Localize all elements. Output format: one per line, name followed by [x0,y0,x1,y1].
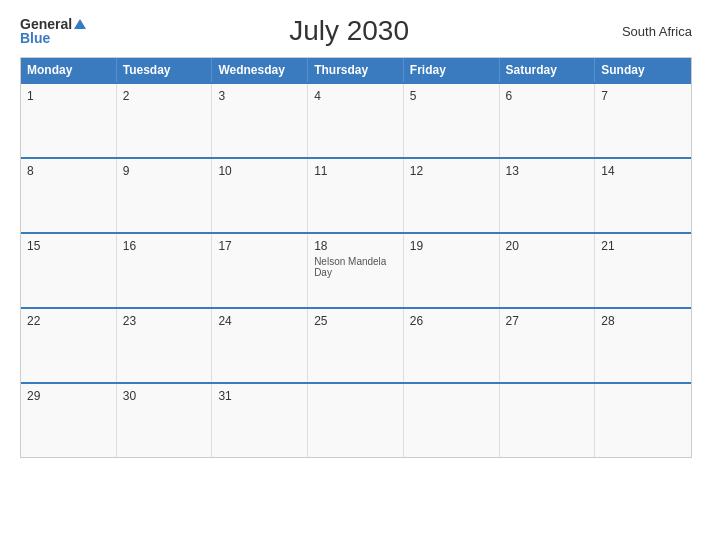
day-number: 30 [123,389,206,403]
day-number: 9 [123,164,206,178]
day-number: 22 [27,314,110,328]
header-friday: Friday [404,58,500,82]
calendar-header: Monday Tuesday Wednesday Thursday Friday… [21,58,691,82]
calendar-cell-w1-d2: 2 [117,84,213,157]
calendar-cell-w4-d7: 28 [595,309,691,382]
calendar-cell-w5-d7 [595,384,691,457]
calendar-cell-w5-d4 [308,384,404,457]
month-title: July 2030 [86,15,612,47]
calendar-cell-w2-d7: 14 [595,159,691,232]
calendar-cell-w2-d1: 8 [21,159,117,232]
day-number: 21 [601,239,685,253]
calendar-week-4: 22232425262728 [21,307,691,382]
calendar-cell-w5-d6 [500,384,596,457]
day-number: 24 [218,314,301,328]
calendar-cell-w1-d5: 5 [404,84,500,157]
header: General Blue July 2030 South Africa [20,15,692,47]
day-number: 17 [218,239,301,253]
country-label: South Africa [612,24,692,39]
calendar-cell-w2-d3: 10 [212,159,308,232]
calendar-week-2: 891011121314 [21,157,691,232]
calendar-cell-w4-d5: 26 [404,309,500,382]
calendar-page: General Blue July 2030 South Africa Mond… [0,0,712,550]
day-number: 27 [506,314,589,328]
day-number: 2 [123,89,206,103]
day-number: 23 [123,314,206,328]
day-number: 1 [27,89,110,103]
calendar-week-1: 1234567 [21,82,691,157]
calendar-cell-w4-d1: 22 [21,309,117,382]
header-tuesday: Tuesday [117,58,213,82]
calendar-cell-w1-d4: 4 [308,84,404,157]
calendar-cell-w5-d2: 30 [117,384,213,457]
day-number: 28 [601,314,685,328]
day-number: 6 [506,89,589,103]
calendar-cell-w3-d7: 21 [595,234,691,307]
day-number: 13 [506,164,589,178]
day-number: 26 [410,314,493,328]
day-number: 19 [410,239,493,253]
header-thursday: Thursday [308,58,404,82]
calendar-cell-w5-d3: 31 [212,384,308,457]
logo-triangle-icon [74,19,86,29]
header-saturday: Saturday [500,58,596,82]
day-number: 16 [123,239,206,253]
calendar-cell-w3-d4: 18Nelson Mandela Day [308,234,404,307]
day-number: 5 [410,89,493,103]
day-number: 12 [410,164,493,178]
day-number: 20 [506,239,589,253]
day-number: 8 [27,164,110,178]
calendar-cell-w3-d1: 15 [21,234,117,307]
calendar-cell-w3-d6: 20 [500,234,596,307]
calendar-week-5: 293031 [21,382,691,457]
calendar-cell-w1-d1: 1 [21,84,117,157]
calendar-cell-w1-d7: 7 [595,84,691,157]
calendar-cell-w3-d5: 19 [404,234,500,307]
calendar-cell-w2-d6: 13 [500,159,596,232]
calendar-body: 123456789101112131415161718Nelson Mandel… [21,82,691,457]
day-number: 29 [27,389,110,403]
day-number: 4 [314,89,397,103]
calendar-cell-w1-d6: 6 [500,84,596,157]
logo-general-text: General [20,17,72,31]
header-wednesday: Wednesday [212,58,308,82]
day-number: 14 [601,164,685,178]
day-number: 10 [218,164,301,178]
calendar-cell-w4-d4: 25 [308,309,404,382]
calendar-cell-w5-d5 [404,384,500,457]
day-number: 31 [218,389,301,403]
calendar-cell-w2-d2: 9 [117,159,213,232]
calendar-cell-w4-d2: 23 [117,309,213,382]
logo-blue-text: Blue [20,31,86,45]
day-number: 11 [314,164,397,178]
day-number: 7 [601,89,685,103]
calendar-cell-w3-d3: 17 [212,234,308,307]
calendar-cell-w4-d3: 24 [212,309,308,382]
calendar-cell-w4-d6: 27 [500,309,596,382]
logo: General Blue [20,17,86,45]
day-number: 18 [314,239,397,253]
calendar-cell-w2-d4: 11 [308,159,404,232]
calendar-cell-w2-d5: 12 [404,159,500,232]
day-number: 3 [218,89,301,103]
day-number: 25 [314,314,397,328]
calendar: Monday Tuesday Wednesday Thursday Friday… [20,57,692,458]
header-monday: Monday [21,58,117,82]
calendar-cell-w1-d3: 3 [212,84,308,157]
calendar-cell-w3-d2: 16 [117,234,213,307]
calendar-cell-w5-d1: 29 [21,384,117,457]
day-number: 15 [27,239,110,253]
calendar-week-3: 15161718Nelson Mandela Day192021 [21,232,691,307]
holiday-name: Nelson Mandela Day [314,256,397,278]
header-sunday: Sunday [595,58,691,82]
